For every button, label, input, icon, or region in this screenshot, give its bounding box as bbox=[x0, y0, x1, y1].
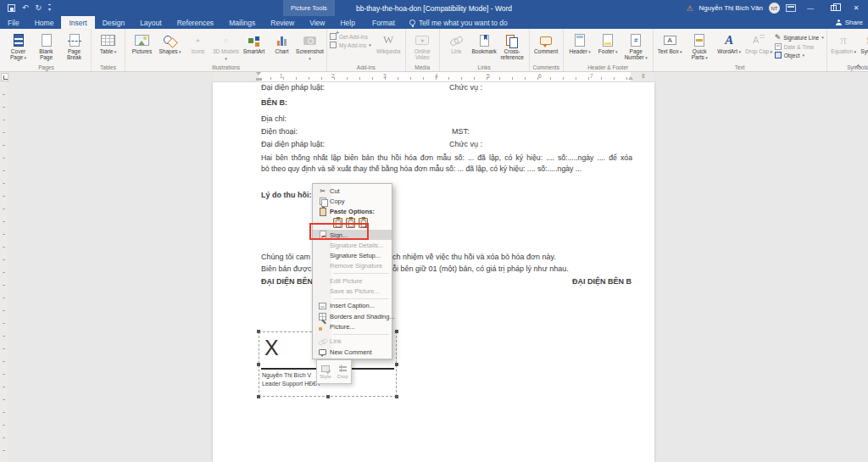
tab-layout[interactable]: Layout bbox=[132, 16, 170, 29]
footer-button[interactable]: Footer bbox=[594, 31, 622, 55]
style-button[interactable]: Style bbox=[317, 360, 334, 383]
group-tables: Table Tables bbox=[92, 29, 125, 71]
restore-button[interactable] bbox=[825, 0, 842, 16]
tab-review[interactable]: Review bbox=[263, 16, 302, 29]
menu-item-sign[interactable]: Sign... bbox=[313, 230, 392, 240]
date-time-icon bbox=[775, 43, 782, 50]
doc-text: Điện thoại: bbox=[261, 127, 298, 136]
close-button[interactable]: ✕ bbox=[848, 0, 865, 16]
tab-format[interactable]: Format bbox=[364, 16, 403, 29]
avatar[interactable]: NT bbox=[769, 3, 780, 14]
lightbulb-icon bbox=[409, 19, 415, 25]
pictures-icon bbox=[135, 32, 149, 48]
resize-handle[interactable] bbox=[326, 395, 330, 398]
menu-item-edit-picture: Edit Picture bbox=[313, 276, 392, 286]
user-name[interactable]: Nguyễn Thị Bích Vân bbox=[699, 4, 763, 12]
resize-handle[interactable] bbox=[395, 395, 398, 398]
link-icon bbox=[450, 32, 462, 48]
tab-stop-selector[interactable] bbox=[1, 73, 8, 81]
resize-handle[interactable] bbox=[395, 330, 398, 333]
bookmark-button[interactable]: Bookmark bbox=[470, 31, 498, 54]
symbol-button[interactable]: ΩSymbol bbox=[858, 31, 868, 55]
resize-handle[interactable] bbox=[257, 363, 260, 366]
tab-mailings[interactable]: Mailings bbox=[221, 16, 263, 29]
chart-button[interactable]: Chart bbox=[268, 31, 296, 54]
shapes-button[interactable]: Shapes bbox=[156, 31, 184, 55]
warning-icon: ⚠ bbox=[686, 4, 693, 13]
menu-item-copy[interactable]: Copy bbox=[313, 196, 392, 206]
doc-paragraph-line1: Hai bên thống nhất lập biên bản thu hồi … bbox=[261, 153, 632, 162]
smartart-icon bbox=[248, 32, 260, 48]
group-comments: Comment Comments bbox=[530, 29, 564, 71]
ruler-number: 1 bbox=[280, 73, 283, 79]
title-bar: ↶ ↻ ▾ Picture Tools bb-thay-the-hoa-don … bbox=[0, 0, 868, 16]
cross-reference-button[interactable]: Cross-reference bbox=[498, 31, 526, 61]
text-box-button[interactable]: AText Box bbox=[656, 31, 684, 55]
menu-item-picture[interactable]: Picture... bbox=[313, 321, 392, 331]
collapse-ribbon-button[interactable] bbox=[855, 63, 861, 69]
menu-item-new-comment[interactable]: New Comment bbox=[313, 347, 392, 357]
signature-name: Nguyễn Thị Bích V bbox=[262, 372, 311, 378]
online-video-icon bbox=[415, 32, 429, 48]
quick-parts-icon bbox=[694, 32, 704, 48]
menu-item-save-as-picture: Save as Picture... bbox=[313, 286, 392, 296]
horizontal-ruler[interactable]: 1 2 3 4 5 6 7 8 bbox=[213, 72, 654, 81]
tab-home[interactable]: Home bbox=[27, 16, 62, 29]
signature-role: Leader Support HĐĐT bbox=[262, 381, 321, 387]
object-button[interactable]: Object bbox=[775, 52, 824, 58]
menu-item-signature-setup[interactable]: Signature Setup... bbox=[313, 250, 392, 260]
tell-me-box[interactable]: Tell me what you want to do bbox=[403, 16, 515, 29]
table-button[interactable]: Table bbox=[94, 31, 122, 55]
page-number-button[interactable]: #Page Number bbox=[622, 31, 650, 61]
doc-text: Biên bản được l bbox=[261, 264, 315, 273]
group-links: Link Bookmark Cross-reference Links bbox=[440, 29, 530, 71]
pictures-button[interactable]: Pictures bbox=[128, 31, 156, 54]
paste-picture-button[interactable] bbox=[346, 218, 355, 228]
cover-page-button[interactable]: Cover Page bbox=[4, 31, 32, 61]
left-indent-marker[interactable] bbox=[256, 72, 262, 81]
menu-item-cut[interactable]: ✂Cut bbox=[313, 186, 392, 196]
screenshot-button[interactable]: Screenshot bbox=[296, 31, 324, 62]
wordart-button[interactable]: AWordArt bbox=[715, 31, 743, 55]
customize-qat-button[interactable]: ▾ bbox=[48, 4, 51, 12]
signature-line-button[interactable]: ✎Signature Line bbox=[775, 33, 824, 42]
header-icon bbox=[575, 32, 585, 48]
save-button[interactable] bbox=[8, 4, 15, 12]
page-break-button[interactable]: Page Break bbox=[60, 31, 88, 61]
smartart-button[interactable]: SmartArt bbox=[240, 31, 268, 54]
resize-handle[interactable] bbox=[257, 395, 260, 398]
group-illustrations: Pictures Shapes ★Icons ◇3D Models SmartA… bbox=[125, 29, 327, 71]
resize-handle[interactable] bbox=[395, 363, 398, 366]
sign-icon bbox=[315, 231, 330, 239]
minimize-button[interactable]: — bbox=[802, 0, 819, 16]
tab-design[interactable]: Design bbox=[95, 16, 132, 29]
paste-keep-source-formatting-button[interactable] bbox=[333, 218, 342, 228]
doc-text: Đại diện pháp luật: bbox=[261, 140, 325, 148]
paste-keep-text-only-button[interactable]: A bbox=[359, 218, 368, 228]
resize-handle[interactable] bbox=[257, 330, 260, 333]
tab-help[interactable]: Help bbox=[332, 16, 362, 29]
undo-button[interactable]: ↶ bbox=[22, 4, 29, 12]
tab-file[interactable]: File bbox=[0, 16, 27, 29]
quick-parts-button[interactable]: Quick Parts bbox=[686, 31, 714, 61]
comment-icon bbox=[540, 32, 552, 48]
redo-button[interactable]: ↻ bbox=[36, 4, 42, 12]
equation-button: πEquation bbox=[830, 31, 858, 55]
icons-button: ★Icons bbox=[184, 31, 212, 54]
document-page[interactable]: Đại diện pháp luật: Chức vụ : BÊN B: Địa… bbox=[213, 82, 654, 462]
menu-item-insert-caption[interactable]: Insert Caption... bbox=[313, 301, 392, 311]
tab-references[interactable]: References bbox=[170, 16, 221, 29]
tab-insert[interactable]: Insert bbox=[61, 16, 94, 29]
crop-button[interactable]: Crop bbox=[334, 360, 351, 383]
right-indent-marker[interactable] bbox=[628, 76, 633, 80]
comment-button[interactable]: Comment bbox=[532, 31, 560, 54]
menu-item-borders-and-shading[interactable]: Borders and Shading... bbox=[313, 311, 392, 321]
blank-page-button[interactable]: Blank Page bbox=[32, 31, 60, 61]
document-area: Đại diện pháp luật: Chức vụ : BÊN B: Địa… bbox=[0, 72, 868, 462]
header-button[interactable]: Header bbox=[566, 31, 594, 55]
tab-view[interactable]: View bbox=[302, 16, 332, 29]
vertical-ruler[interactable] bbox=[0, 72, 8, 462]
ribbon-display-options-button[interactable] bbox=[786, 4, 796, 12]
share-button[interactable]: Share bbox=[836, 16, 863, 29]
menu-item-paste-options: Paste Options: bbox=[313, 207, 392, 217]
